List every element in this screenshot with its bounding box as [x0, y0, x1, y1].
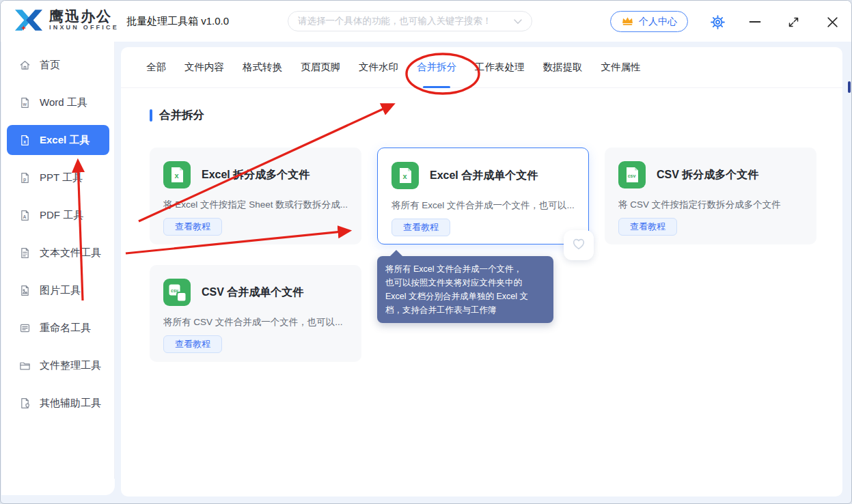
close-button[interactable]	[825, 14, 840, 29]
svg-text:csv: csv	[171, 288, 178, 293]
app-title: 批量处理工具箱 v1.0.0	[126, 15, 229, 28]
sidebar-item-label: 重命名工具	[40, 322, 91, 335]
category-tabs: 全部文件内容格式转换页眉页脚文件水印合并拆分工作表处理数据提取文件属性	[121, 47, 842, 88]
feature-card-1[interactable]: x Excel 合并成单个文件 将所有 Excel 文件合并成一个文件，也可以.…	[377, 148, 589, 244]
feature-card-2[interactable]: csv CSV 拆分成多个文件 将 CSV 文件按指定行数拆分成多个文件 查看教…	[605, 148, 816, 244]
crown-icon	[621, 15, 634, 28]
card-title: CSV 拆分成多个文件	[657, 168, 758, 182]
doc-excel-icon: x	[19, 135, 31, 146]
doc-pdf-icon: A	[19, 210, 31, 221]
section-accent-bar	[150, 109, 152, 122]
tooltip-line: 档，支持合并工作表与工作簿	[385, 303, 545, 317]
tab-4[interactable]: 文件水印	[359, 47, 398, 88]
card-description: 将 Excel 文件按指定 Sheet 数或行数拆分成...	[163, 199, 348, 211]
sidebar-item-label: PPT 工具	[40, 171, 83, 184]
sidebar-item-label: 文本文件工具	[40, 247, 101, 260]
brand-name-en: INXUN OFFICE	[49, 24, 119, 31]
personal-center-label: 个人中心	[639, 16, 677, 28]
svg-text:p: p	[23, 176, 26, 182]
view-tutorial-button[interactable]: 查看教程	[391, 219, 450, 236]
sidebar-item-9[interactable]: 其他辅助工具	[7, 388, 109, 418]
sidebar-item-label: 文件整理工具	[40, 359, 101, 372]
app-window: 鹰迅办公 INXUN OFFICE 批量处理工具箱 v1.0.0 请选择一个具体…	[0, 0, 852, 504]
svg-text:A: A	[23, 214, 27, 219]
sidebar-item-5[interactable]: 文本文件工具	[7, 238, 109, 268]
tab-1[interactable]: 文件内容	[184, 47, 224, 88]
function-select-placeholder: 请选择一个具体的功能，也可输入关键字搜索！	[298, 15, 492, 27]
sidebar-item-label: 其他辅助工具	[40, 397, 101, 410]
tooltip-line: 也可以按照文件夹将对应文件夹中的	[385, 276, 545, 290]
main-panel: 全部文件内容格式转换页眉页脚文件水印合并拆分工作表处理数据提取文件属性 合并拆分…	[121, 47, 842, 496]
excel-split-icon: x	[163, 161, 191, 188]
resize-button[interactable]	[786, 15, 800, 29]
svg-text:csv: csv	[628, 173, 636, 178]
csv-merge-icon: csv	[163, 279, 191, 306]
card-tooltip: 将所有 Excel 文件合并成一个文件， 也可以按照文件夹将对应文件夹中的 Ex…	[377, 256, 553, 323]
svg-text:x: x	[174, 171, 179, 180]
card-description: 将 CSV 文件按指定行数拆分成多个文件	[618, 199, 803, 211]
tooltip-line: 将所有 Excel 文件合并成一个文件，	[385, 262, 545, 276]
brand-name-cn: 鹰迅办公	[49, 9, 119, 24]
minimize-button[interactable]	[748, 17, 762, 27]
sidebar-item-7[interactable]: 重命名工具	[7, 313, 109, 343]
svg-text:x: x	[402, 172, 407, 180]
tab-6[interactable]: 工作表处理	[475, 47, 525, 88]
favorite-heart-button[interactable]	[564, 230, 594, 260]
view-tutorial-button[interactable]: 查看教程	[618, 218, 677, 236]
feature-card-3[interactable]: csv CSV 合并成单个文件 将所有 CSV 文件合并成一个文件，也可以...…	[150, 265, 361, 362]
chevron-down-icon	[514, 15, 522, 27]
doc-ppt-icon: p	[19, 172, 31, 184]
sidebar: 首页 w Word 工具 x Excel 工具 p PPT 工具 A PDF 工…	[1, 42, 115, 495]
settings-gear-icon[interactable]	[710, 14, 725, 29]
card-title: Excel 拆分成多个文件	[202, 168, 310, 182]
svg-text:w: w	[22, 101, 27, 106]
view-tutorial-button[interactable]: 查看教程	[163, 335, 222, 353]
card-title: CSV 合并成单个文件	[202, 285, 303, 300]
sidebar-item-6[interactable]: 图片工具	[7, 275, 109, 305]
home-icon	[19, 59, 31, 71]
sidebar-list: 首页 w Word 工具 x Excel 工具 p PPT 工具 A PDF 工…	[1, 50, 115, 418]
sidebar-item-label: PDF 工具	[40, 209, 83, 222]
doc-text-icon	[19, 247, 31, 259]
sidebar-item-2[interactable]: x Excel 工具	[7, 125, 109, 155]
brand-x-icon	[14, 8, 43, 32]
sidebar-item-4[interactable]: A PDF 工具	[7, 200, 109, 230]
csv-split-icon: csv	[618, 161, 646, 188]
sidebar-item-1[interactable]: w Word 工具	[7, 87, 109, 117]
personal-center-button[interactable]: 个人中心	[610, 11, 688, 32]
rename-icon	[19, 322, 31, 334]
heart-icon	[571, 236, 586, 254]
tab-5[interactable]: 合并拆分	[417, 47, 456, 88]
feature-card-0[interactable]: x Excel 拆分成多个文件 将 Excel 文件按指定 Sheet 数或行数…	[150, 148, 361, 244]
sidebar-item-label: 图片工具	[40, 284, 81, 297]
card-description: 将所有 Excel 文件合并成一个文件，也可以...	[391, 199, 575, 212]
doc-shield-icon	[19, 397, 31, 409]
tab-8[interactable]: 文件属性	[601, 47, 641, 88]
svg-text:x: x	[23, 139, 26, 143]
sidebar-item-label: Word 工具	[40, 96, 87, 109]
tab-0[interactable]: 全部	[146, 47, 166, 88]
sidebar-item-label: 首页	[40, 59, 60, 72]
section-header: 合并拆分	[150, 108, 842, 123]
scrollbar-thumb[interactable]	[848, 81, 851, 93]
sidebar-item-8[interactable]: 文件整理工具	[7, 350, 109, 380]
tab-3[interactable]: 页眉页脚	[301, 47, 340, 88]
doc-word-icon: w	[19, 97, 31, 109]
folder-icon	[19, 360, 31, 372]
section-title: 合并拆分	[159, 108, 204, 123]
tooltip-line: Excel 文档分别合并成单独的 Excel 文	[385, 290, 545, 303]
sidebar-item-0[interactable]: 首页	[7, 50, 109, 80]
feature-card-grid: x Excel 拆分成多个文件 将 Excel 文件按指定 Sheet 数或行数…	[150, 148, 842, 362]
doc-image-icon	[19, 285, 31, 296]
view-tutorial-button[interactable]: 查看教程	[163, 218, 222, 236]
function-select[interactable]: 请选择一个具体的功能，也可输入关键字搜索！	[288, 11, 532, 31]
card-description: 将所有 CSV 文件合并成一个文件，也可以...	[163, 316, 348, 328]
sidebar-item-label: Excel 工具	[40, 134, 90, 147]
card-title: Excel 合并成单个文件	[430, 169, 538, 183]
tab-7[interactable]: 数据提取	[543, 47, 583, 88]
excel-merge-icon: x	[391, 162, 419, 189]
sidebar-item-3[interactable]: p PPT 工具	[7, 163, 109, 193]
topbar: 鹰迅办公 INXUN OFFICE 批量处理工具箱 v1.0.0 请选择一个具体…	[1, 1, 851, 42]
tab-2[interactable]: 格式转换	[243, 47, 282, 88]
app-logo: 鹰迅办公 INXUN OFFICE	[14, 8, 119, 32]
